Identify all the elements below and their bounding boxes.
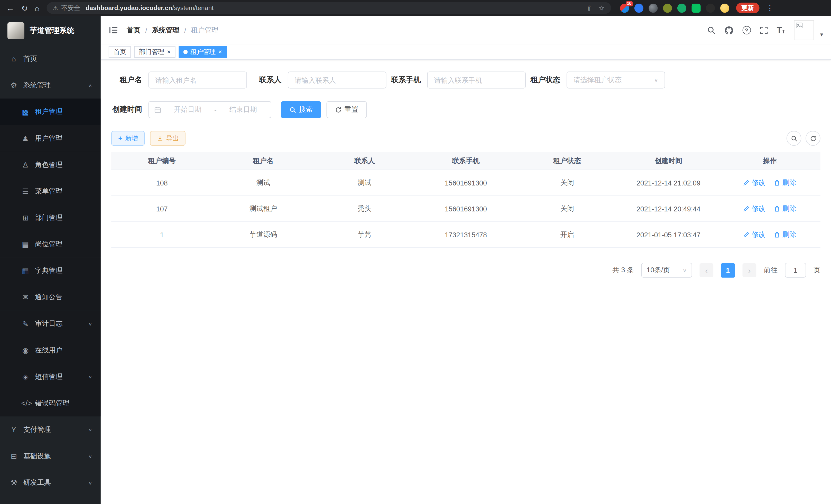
breadcrumb-system[interactable]: 系统管理 <box>152 25 179 35</box>
contact-input[interactable] <box>288 71 386 88</box>
sidebar-item[interactable]: ✎ 审计日志 ∨ <box>0 310 101 337</box>
calendar-icon <box>154 106 161 113</box>
sidebar-item[interactable]: ⊞ 部门管理 <box>0 205 101 231</box>
toolbar-search-toggle-icon[interactable] <box>786 131 801 146</box>
delete-button[interactable]: 删除 <box>774 204 796 213</box>
chevron-down-icon: ∨ <box>654 77 658 83</box>
hamburger-icon[interactable] <box>109 25 118 35</box>
breadcrumb-separator: / <box>145 26 147 34</box>
edit-button[interactable]: 修改 <box>743 178 766 187</box>
sidebar-item[interactable]: ♙ 角色管理 <box>0 152 101 178</box>
extension-icon[interactable] <box>634 3 643 12</box>
sidebar-item[interactable]: ✉ 通知公告 <box>0 284 101 310</box>
edit-button[interactable]: 修改 <box>743 204 766 213</box>
goto-page-input[interactable] <box>785 263 806 278</box>
share-icon[interactable]: ⇧ <box>586 5 592 11</box>
phone-input[interactable] <box>427 71 526 88</box>
page-size-select[interactable]: 10条/页 ∨ <box>641 263 692 278</box>
cell-status: 开启 <box>516 222 618 247</box>
browser-home-icon[interactable]: ⌂ <box>35 4 39 12</box>
extension-icon[interactable] <box>706 3 715 12</box>
status-label: 租户状态 <box>529 75 560 85</box>
column-header: 租户状态 <box>516 152 618 170</box>
add-button[interactable]: + 新增 <box>111 131 145 146</box>
github-icon[interactable] <box>724 26 733 35</box>
cell-phone: 17321315478 <box>415 222 516 247</box>
search-button[interactable]: 搜索 <box>281 101 321 118</box>
tags-view: 首页 × 部门管理 × 租户管理 × <box>101 45 831 60</box>
user-avatar[interactable] <box>794 20 814 40</box>
kebab-menu-icon[interactable]: ⋮ <box>766 4 774 12</box>
breadcrumb: 首页 / 系统管理 / 租户管理 <box>127 25 219 35</box>
sidebar-item[interactable]: ▦ 字典管理 <box>0 258 101 284</box>
sidebar-item[interactable]: ◉ 在线用户 <box>0 337 101 363</box>
sidebar-item[interactable]: ⌂ 首页 <box>0 46 101 72</box>
cell-phone: 15601691300 <box>415 196 516 221</box>
create-time-range-picker[interactable]: 开始日期 - 结束日期 <box>148 101 271 118</box>
phone-label: 联系手机 <box>390 75 421 85</box>
delete-button[interactable]: 删除 <box>774 230 796 239</box>
extension-icon[interactable]: 10 <box>620 3 629 12</box>
cell-created: 2021-12-14 21:02:09 <box>618 170 719 196</box>
security-label[interactable]: 不安全 <box>61 3 80 12</box>
browser-reload-icon[interactable]: ↻ <box>21 4 28 12</box>
main-area: 首页 / 系统管理 / 租户管理 ? <box>101 16 831 504</box>
prev-page-button[interactable]: ‹ <box>700 263 714 277</box>
sidebar-item[interactable]: ◈ 短信管理 ∨ <box>0 363 101 390</box>
app-title: 芋道管理系统 <box>30 26 74 35</box>
sidebar-item[interactable]: ♟ 用户管理 <box>0 125 101 152</box>
browser-back-icon[interactable]: ← <box>6 4 15 12</box>
help-icon[interactable]: ? <box>742 26 751 34</box>
menu-item-label: 岗位管理 <box>35 239 87 249</box>
address-bar[interactable]: ⚠ 不安全 dashboard.yudao.iocoder.cn/system/… <box>47 2 611 13</box>
tenant-name-input[interactable] <box>148 71 247 88</box>
export-button[interactable]: 导出 <box>150 131 185 146</box>
menu-item-icon: ⚙ <box>9 81 18 90</box>
extension-icon[interactable] <box>677 3 686 12</box>
chevron-icon: ∨ <box>88 454 92 458</box>
toolbar-refresh-icon[interactable] <box>806 131 821 146</box>
edit-button[interactable]: 修改 <box>743 230 766 239</box>
current-page-button[interactable]: 1 <box>721 263 735 277</box>
caret-down-icon[interactable]: ▾ <box>820 31 823 38</box>
update-button[interactable]: 更新 <box>736 3 759 13</box>
extension-icon[interactable] <box>649 3 658 12</box>
menu-item-label: 支付管理 <box>23 425 83 435</box>
tenant-name-label: 租户名 <box>111 75 142 85</box>
extension-icon[interactable] <box>663 3 672 12</box>
view-tab[interactable]: 部门管理 × <box>134 46 175 58</box>
menu-item-icon: ▤ <box>21 240 30 248</box>
view-tab[interactable]: 租户管理 × <box>179 46 227 58</box>
search-icon[interactable] <box>707 26 715 34</box>
chevron-icon: ∨ <box>88 374 92 379</box>
next-page-button[interactable]: › <box>743 263 756 277</box>
tab-close-icon[interactable]: × <box>167 49 171 55</box>
font-size-icon[interactable]: TT <box>777 26 785 34</box>
fullscreen-icon[interactable] <box>760 26 768 34</box>
view-tab[interactable]: 首页 × <box>109 46 131 58</box>
header-actions: ? TT ▾ <box>707 20 823 40</box>
sidebar-item[interactable]: ⚒ 研发工具 ∨ <box>0 469 101 496</box>
sidebar-item[interactable]: ☰ 菜单管理 <box>0 178 101 205</box>
sidebar-item[interactable]: ¥ 支付管理 ∨ <box>0 416 101 443</box>
logo[interactable]: 芋道管理系统 <box>0 16 101 46</box>
table-toolbar: + 新增 导出 <box>111 131 821 146</box>
reset-button[interactable]: 重置 <box>326 101 367 118</box>
bookmark-star-icon[interactable]: ☆ <box>598 5 605 11</box>
select-placeholder: 请选择租户状态 <box>574 75 622 85</box>
sidebar-item[interactable]: ⊟ 基础设施 ∨ <box>0 443 101 469</box>
profile-avatar[interactable] <box>720 3 729 12</box>
breadcrumb-home[interactable]: 首页 <box>127 25 141 35</box>
url-text[interactable]: dashboard.yudao.iocoder.cn/system/tenant <box>86 4 213 12</box>
tenant-status-select[interactable]: 请选择租户状态 ∨ <box>567 71 665 88</box>
tab-close-icon[interactable]: × <box>219 49 222 55</box>
sidebar-item[interactable]: ⚙ 系统管理 ∧ <box>0 72 101 99</box>
cell-tenant-id: 1 <box>111 222 212 247</box>
extension-icon[interactable] <box>691 3 700 12</box>
sidebar-item[interactable]: ▤ 岗位管理 <box>0 231 101 258</box>
delete-button[interactable]: 删除 <box>774 178 796 187</box>
menu-item-label: 系统管理 <box>23 81 83 90</box>
menu-item-icon: </> <box>21 399 30 407</box>
sidebar-item[interactable]: ▩ 租户管理 <box>0 99 101 125</box>
sidebar-item[interactable]: </> 错误码管理 <box>0 390 101 416</box>
